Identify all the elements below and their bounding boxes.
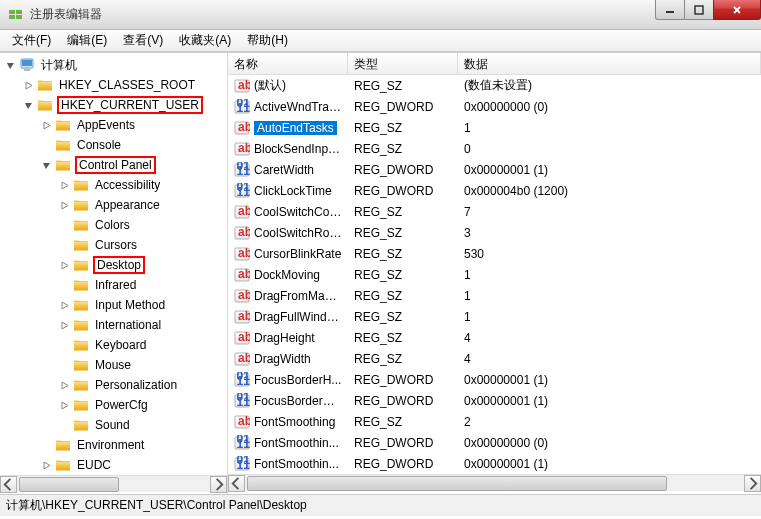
- menu-view[interactable]: 查看(V): [115, 30, 171, 51]
- cell-type: REG_DWORD: [348, 457, 458, 471]
- list-row[interactable]: abFontSmoothingREG_SZ2: [228, 411, 761, 432]
- svg-text:110: 110: [237, 101, 251, 115]
- folder-icon: [73, 237, 89, 253]
- scroll-track[interactable]: [245, 475, 744, 492]
- cell-data: 0: [458, 142, 761, 156]
- list-row[interactable]: ab(默认)REG_SZ(数值未设置): [228, 75, 761, 96]
- tree-node[interactable]: Colors: [0, 215, 227, 235]
- scroll-track[interactable]: [17, 476, 210, 493]
- scroll-right-button[interactable]: [210, 476, 227, 493]
- tree-toggle-icon[interactable]: [22, 79, 35, 92]
- tree-node[interactable]: Input Method: [0, 295, 227, 315]
- tree-toggle-icon[interactable]: [40, 119, 53, 132]
- list-row[interactable]: abAutoEndTasksREG_SZ1: [228, 117, 761, 138]
- list-row[interactable]: abCoolSwitchRowsREG_SZ3: [228, 222, 761, 243]
- tree-node[interactable]: Control Panel: [0, 155, 227, 175]
- menu-favorites[interactable]: 收藏夹(A): [171, 30, 239, 51]
- tree-toggle-icon[interactable]: [40, 459, 53, 472]
- tree-node[interactable]: EUDC: [0, 455, 227, 475]
- tree-node[interactable]: HKEY_CLASSES_ROOT: [0, 75, 227, 95]
- tree-toggle-icon[interactable]: [22, 99, 35, 112]
- list-row[interactable]: abBlockSendInpu...REG_SZ0: [228, 138, 761, 159]
- tree-node[interactable]: Keyboard: [0, 335, 227, 355]
- column-header-name[interactable]: 名称: [228, 53, 348, 74]
- cell-data: 7: [458, 205, 761, 219]
- tree-toggle-icon[interactable]: [4, 59, 17, 72]
- tree-node[interactable]: Desktop: [0, 255, 227, 275]
- cell-type: REG_SZ: [348, 226, 458, 240]
- list-panel[interactable]: 名称 类型 数据 ab(默认)REG_SZ(数值未设置)011110Active…: [228, 53, 761, 494]
- list-row[interactable]: 011110FocusBorderW...REG_DWORD0x00000001…: [228, 390, 761, 411]
- titlebar[interactable]: 注册表编辑器: [0, 0, 761, 30]
- tree-toggle-icon[interactable]: [58, 299, 71, 312]
- tree-toggle-icon[interactable]: [58, 199, 71, 212]
- maximize-button[interactable]: [684, 0, 714, 20]
- tree-node[interactable]: HKEY_CURRENT_USER: [0, 95, 227, 115]
- tree-toggle-icon[interactable]: [58, 259, 71, 272]
- list-row[interactable]: 011110FontSmoothin...REG_DWORD0x00000001…: [228, 453, 761, 474]
- tree-node[interactable]: Mouse: [0, 355, 227, 375]
- tree-node[interactable]: PowerCfg: [0, 395, 227, 415]
- list-row[interactable]: abDragWidthREG_SZ4: [228, 348, 761, 369]
- list-hscrollbar[interactable]: [228, 474, 761, 491]
- menu-help[interactable]: 帮助(H): [239, 30, 296, 51]
- tree-node[interactable]: AppEvents: [0, 115, 227, 135]
- column-header-type[interactable]: 类型: [348, 53, 458, 74]
- list-row[interactable]: 011110ActiveWndTrac...REG_DWORD0x0000000…: [228, 96, 761, 117]
- tree-toggle-icon[interactable]: [40, 159, 53, 172]
- list-row[interactable]: 011110FontSmoothin...REG_DWORD0x00000000…: [228, 432, 761, 453]
- svg-rect-1: [16, 10, 22, 14]
- minimize-button[interactable]: [655, 0, 685, 20]
- tree-node[interactable]: Personalization: [0, 375, 227, 395]
- list-row[interactable]: abDragHeightREG_SZ4: [228, 327, 761, 348]
- value-name: FontSmoothin...: [254, 436, 339, 450]
- tree-panel[interactable]: 计算机HKEY_CLASSES_ROOTHKEY_CURRENT_USERApp…: [0, 53, 228, 494]
- tree-label: HKEY_CLASSES_ROOT: [57, 77, 197, 93]
- tree-node[interactable]: Infrared: [0, 275, 227, 295]
- column-header-data[interactable]: 数据: [458, 53, 761, 74]
- svg-text:ab: ab: [238, 288, 250, 302]
- tree-toggle-icon[interactable]: [58, 379, 71, 392]
- string-value-icon: ab: [234, 330, 250, 346]
- list-row[interactable]: abCoolSwitchCol...REG_SZ7: [228, 201, 761, 222]
- value-name: CaretWidth: [254, 163, 314, 177]
- tree-toggle-icon[interactable]: [58, 399, 71, 412]
- list-row[interactable]: abDragFromMaxi...REG_SZ1: [228, 285, 761, 306]
- tree-node[interactable]: International: [0, 315, 227, 335]
- tree-node[interactable]: Cursors: [0, 235, 227, 255]
- scroll-left-button[interactable]: [228, 475, 245, 492]
- list-row[interactable]: 011110CaretWidthREG_DWORD0x00000001 (1): [228, 159, 761, 180]
- value-name: BlockSendInpu...: [254, 142, 342, 156]
- svg-rect-0: [9, 10, 15, 14]
- cell-type: REG_SZ: [348, 79, 458, 93]
- scroll-thumb[interactable]: [247, 476, 667, 491]
- svg-text:ab: ab: [238, 267, 250, 281]
- tree-node[interactable]: Console: [0, 135, 227, 155]
- tree-node[interactable]: Accessibility: [0, 175, 227, 195]
- menu-edit[interactable]: 编辑(E): [59, 30, 115, 51]
- list-row[interactable]: 011110ClickLockTimeREG_DWORD0x000004b0 (…: [228, 180, 761, 201]
- menu-file[interactable]: 文件(F): [4, 30, 59, 51]
- tree-node[interactable]: Sound: [0, 415, 227, 435]
- close-button[interactable]: [713, 0, 761, 20]
- tree-node[interactable]: Appearance: [0, 195, 227, 215]
- list-row[interactable]: 011110FocusBorderH...REG_DWORD0x00000001…: [228, 369, 761, 390]
- scroll-thumb[interactable]: [19, 477, 119, 492]
- tree-hscrollbar[interactable]: [0, 475, 227, 492]
- value-name: CoolSwitchCol...: [254, 205, 342, 219]
- cell-type: REG_SZ: [348, 247, 458, 261]
- cell-type: REG_SZ: [348, 142, 458, 156]
- tree-root-node[interactable]: 计算机: [0, 55, 227, 75]
- tree-toggle-icon[interactable]: [58, 179, 71, 192]
- string-value-icon: ab: [234, 267, 250, 283]
- list-row[interactable]: abDragFullWindo...REG_SZ1: [228, 306, 761, 327]
- tree-node[interactable]: Environment: [0, 435, 227, 455]
- string-value-icon: ab: [234, 120, 250, 136]
- svg-text:ab: ab: [238, 309, 250, 323]
- list-row[interactable]: abCursorBlinkRateREG_SZ530: [228, 243, 761, 264]
- tree-toggle-icon[interactable]: [58, 319, 71, 332]
- list-row[interactable]: abDockMovingREG_SZ1: [228, 264, 761, 285]
- string-value-icon: ab: [234, 246, 250, 262]
- scroll-right-button[interactable]: [744, 475, 761, 492]
- scroll-left-button[interactable]: [0, 476, 17, 493]
